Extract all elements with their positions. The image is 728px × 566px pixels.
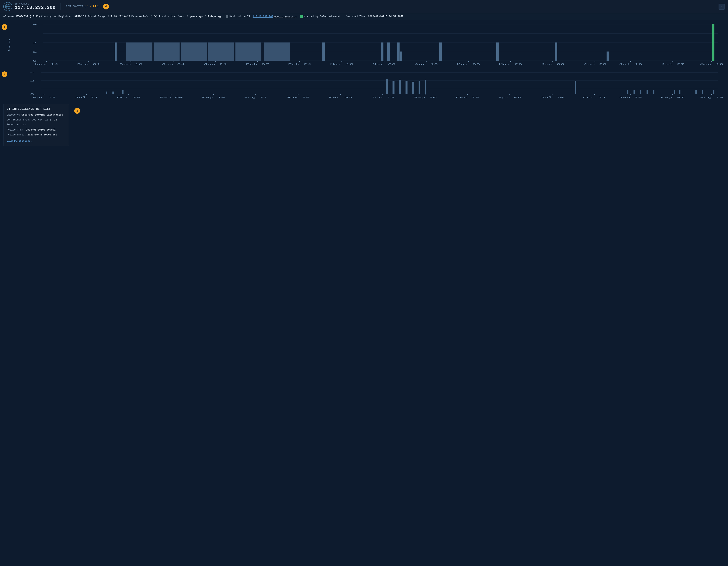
svg-rect-27 [555, 42, 557, 61]
rdns: [n/a] [150, 15, 158, 18]
svg-text:Mar 06: Mar 06 [329, 96, 352, 99]
svg-rect-82 [627, 90, 628, 94]
dest-label: Destination IP: [229, 15, 252, 18]
chart2-svg: 4 2 0 [8, 69, 725, 100]
svg-rect-72 [112, 92, 114, 94]
chart1-wrapper: 1 Prevalence 4 2 1 0 [3, 22, 725, 67]
svg-text:Feb 07: Feb 07 [246, 63, 269, 65]
category-label: Category: [7, 113, 20, 116]
svg-text:Jan 04: Jan 04 [161, 63, 185, 65]
subnet-label: IP Subnet Range: [83, 15, 107, 18]
svg-rect-74 [386, 79, 388, 94]
svg-rect-25 [439, 42, 442, 61]
country: AU [54, 15, 57, 18]
visited-legend-sq [300, 15, 303, 18]
svg-text:Jun 06: Jun 06 [541, 63, 564, 65]
svg-rect-81 [575, 81, 576, 94]
svg-text:Feb 04: Feb 04 [159, 96, 183, 99]
chart1-svg: 4 2 1 0 [11, 22, 725, 67]
confidence-value: 21 [54, 118, 57, 121]
as-name-label: AS Name: [3, 15, 15, 18]
svg-rect-13 [115, 42, 117, 61]
active-until-label: Active until: [7, 133, 26, 136]
filter-button[interactable]: ≡ [719, 4, 725, 10]
header-left: IP ADDRESS 117.18.232.200 Σ VT CONTEXT (… [3, 2, 109, 11]
step-badge-4: 4 [103, 4, 109, 9]
svg-text:Jul 14: Jul 14 [540, 96, 564, 99]
svg-text:Dec 01: Dec 01 [77, 63, 101, 65]
as-name: EDGECAST (15133) [16, 15, 40, 18]
svg-rect-18 [235, 42, 261, 61]
header-right: ≡ [719, 4, 725, 10]
svg-text:May 20: May 20 [499, 63, 522, 65]
svg-text:Dec 18: Dec 18 [119, 63, 143, 65]
intel-active-from: Active from: 2018-05-25T00:00:00Z [7, 128, 65, 132]
chart2-wrapper: 2 4 2 0 [3, 69, 725, 101]
svg-rect-76 [399, 80, 401, 94]
intel-severity: Severity: Low [7, 123, 65, 127]
searched-label: Searched Time: [346, 15, 367, 18]
svg-text:Nov 28: Nov 28 [286, 96, 310, 99]
svg-text:Jun 13: Jun 13 [371, 96, 394, 99]
svg-text:Nov 14: Nov 14 [35, 63, 58, 65]
step-badge-3: 3 [74, 108, 80, 114]
dest-ip-link[interactable]: 117.18.232.200 [253, 15, 273, 18]
svg-rect-21 [381, 42, 383, 61]
svg-text:Dec 28: Dec 28 [456, 96, 479, 99]
intel-active-until: Active until: 2021-06-30T00:00:00Z [7, 133, 65, 137]
ip-icon [3, 2, 12, 11]
svg-rect-24 [400, 52, 402, 61]
svg-text:May 03: May 03 [457, 63, 480, 65]
svg-text:2: 2 [30, 80, 34, 82]
svg-text:Aug 10: Aug 10 [700, 63, 723, 65]
country-label: Country: [41, 15, 53, 18]
chart1-badge: 1 [2, 24, 7, 30]
svg-rect-29 [712, 24, 714, 61]
svg-rect-28 [607, 52, 609, 61]
svg-text:0: 0 [33, 60, 37, 62]
svg-text:0: 0 [30, 93, 34, 96]
intel-card-title: ET INTELLIGENCE REP LIST [7, 107, 65, 111]
svg-text:1: 1 [33, 51, 37, 53]
svg-text:4: 4 [30, 71, 34, 74]
seen-label: First / Last Seen: [159, 15, 186, 18]
svg-rect-89 [695, 90, 697, 94]
svg-rect-26 [496, 42, 499, 61]
app-container: IP ADDRESS 117.18.232.200 Σ VT CONTEXT (… [0, 0, 728, 566]
severity-value: Low [22, 123, 26, 126]
svg-rect-15 [154, 42, 180, 61]
svg-text:Sep 20: Sep 20 [413, 96, 437, 99]
svg-rect-22 [387, 42, 390, 61]
seen: 4 years ago / 5 days ago [187, 15, 222, 18]
vt-count: ( [84, 5, 86, 8]
svg-text:Jul 10: Jul 10 [619, 63, 642, 65]
meta-row: AS Name: EDGECAST (15133) Country: AU Re… [0, 13, 728, 20]
sigma-icon: Σ [66, 5, 67, 8]
svg-text:Apr 13: Apr 13 [32, 96, 56, 99]
google-search-link[interactable]: Google Search ↗ [274, 15, 296, 18]
svg-rect-77 [405, 81, 407, 94]
ip-label: IP ADDRESS [15, 3, 56, 5]
svg-rect-71 [106, 92, 107, 94]
svg-text:Oct 28: Oct 28 [117, 96, 140, 99]
svg-text:Feb 24: Feb 24 [288, 63, 311, 65]
svg-rect-19 [264, 42, 290, 61]
main-content: 1 Prevalence 4 2 1 0 [0, 20, 728, 566]
svg-rect-14 [126, 42, 152, 61]
active-from-value: 2018-05-25T00:00:00Z [26, 128, 56, 131]
vt-context[interactable]: Σ VT CONTEXT ( 1 / 94 ) [66, 5, 99, 8]
active-until-value: 2021-06-30T00:00:00Z [27, 133, 57, 136]
registrar-label: Registrar: [58, 15, 73, 18]
svg-text:Apr 06: Apr 06 [498, 96, 521, 99]
svg-text:May 14: May 14 [202, 96, 225, 99]
ip-address: 117.18.232.200 [15, 5, 56, 10]
confidence-label: Confidence (Min: 20, Max: 127): [7, 118, 53, 121]
view-definitions-link[interactable]: View Definitions ↗ [7, 140, 33, 143]
chart2-badge: 2 [2, 71, 7, 77]
chart2-area: 4 2 0 [8, 69, 725, 101]
svg-text:Jul 21: Jul 21 [75, 96, 98, 99]
svg-rect-83 [634, 90, 635, 94]
category-value: Observed serving executables [22, 113, 63, 116]
active-from-label: Active from: [7, 128, 24, 131]
svg-rect-85 [647, 90, 648, 94]
